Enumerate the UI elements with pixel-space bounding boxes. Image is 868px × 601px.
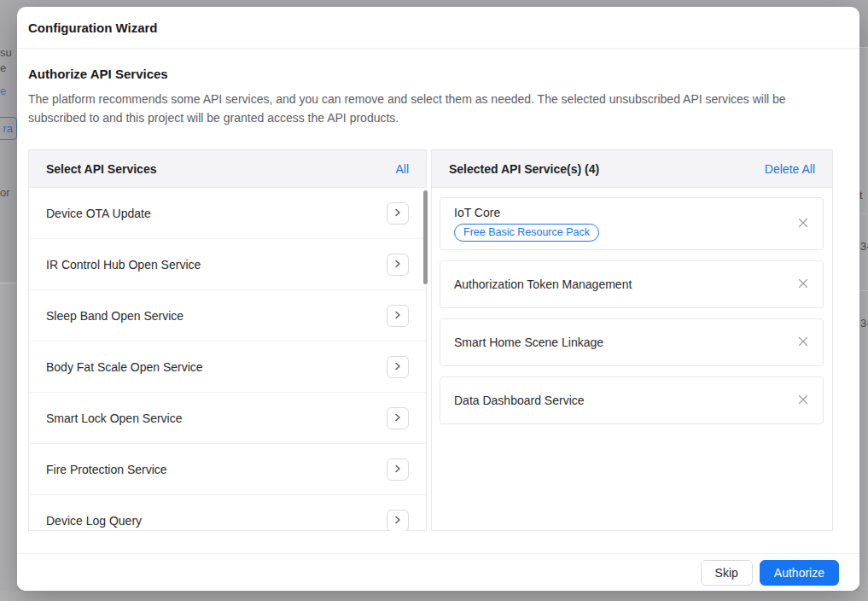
background-text-fragment: e [0,61,6,74]
service-name: Device Log Query [46,514,142,528]
remove-service-button[interactable] [795,393,811,408]
configuration-wizard-dialog: Configuration Wizard Authorize API Servi… [17,7,859,591]
background-divider [859,213,868,214]
add-service-button[interactable] [387,407,409,429]
service-name: Fire Protection Service [46,463,167,476]
background-text-fragment: 3- [860,240,868,253]
add-service-button[interactable] [387,458,409,481]
list-item: IR Control Hub Open Service [29,239,426,290]
chevron-right-icon [393,207,402,219]
add-service-button[interactable] [387,254,409,276]
background-text-fragment: 3- [860,317,868,330]
chevron-right-icon [393,463,402,476]
list-item: Smart Lock Open Service [29,393,426,444]
background-link-fragment: e [0,85,6,97]
chevron-right-icon [393,258,402,271]
dialog-header: Configuration Wizard [17,7,859,49]
skip-button[interactable]: Skip [701,560,753,586]
remove-service-button[interactable] [795,216,811,231]
selected-service-card: Smart Home Scene Linkage [440,318,824,366]
chevron-right-icon [393,411,402,424]
background-divider [0,283,17,283]
add-service-button[interactable] [387,202,409,225]
background-divider [859,290,868,291]
resource-pack-badge: Free Basic Resource Pack [454,224,599,242]
background-tab-fragment: ra [0,117,17,140]
available-services-list[interactable]: Device OTA Update IR Control Hub Open Se… [29,188,426,531]
chevron-right-icon [393,514,402,527]
background-left-strip [0,283,17,591]
add-service-button[interactable] [387,305,409,327]
selected-services-list: IoT Core Free Basic Resource Pack Author… [432,188,832,424]
select-panel-header: Select API Services All [29,150,426,188]
service-name: Device OTA Update [46,207,151,220]
select-api-services-panel: Select API Services All Device OTA Updat… [28,149,427,531]
add-service-button[interactable] [387,510,409,532]
delete-all-link[interactable]: Delete All [765,162,815,176]
list-item: Device OTA Update [29,188,426,239]
close-icon [798,336,808,349]
remove-service-button[interactable] [795,277,811,292]
add-service-button[interactable] [387,356,409,378]
list-item: Device Log Query [29,495,426,531]
selected-service-card: Data Dashboard Service [440,376,824,424]
transfer-panels: Select API Services All Device OTA Updat… [28,149,848,531]
background-text-fragment: t [859,189,863,201]
service-name: Body Fat Scale Open Service [46,360,203,374]
service-name: IR Control Hub Open Service [46,258,201,271]
background-text-fragment: su [0,46,12,59]
dialog-title: Configuration Wizard [28,20,158,35]
chevron-right-icon [393,309,402,322]
list-item: Fire Protection Service [29,444,426,495]
selected-service-card: IoT Core Free Basic Resource Pack [440,197,824,250]
section-heading: Authorize API Services [28,67,848,81]
close-icon [798,394,808,407]
list-item: Sleep Band Open Service [29,290,426,341]
dialog-body: Authorize API Services The platform reco… [17,67,859,531]
service-name: Smart Home Scene Linkage [454,336,782,349]
select-panel-title: Select API Services [46,162,156,176]
background-bottom-strip [0,591,868,601]
background-divider [859,47,868,48]
close-icon [798,218,808,230]
service-name: Sleep Band Open Service [46,309,184,323]
selected-service-card: Authorization Token Management [440,260,824,308]
selected-api-services-panel: Selected API Service(s) (4) Delete All I… [431,149,833,531]
screen: su e e ra or t 3- 3- Configuration Wizar… [0,0,868,601]
section-description-line1: The platform recommends some API service… [28,90,848,108]
service-name: IoT Core [454,206,782,219]
list-item: Body Fat Scale Open Service [29,341,426,393]
section-description: The platform recommends some API service… [28,90,848,127]
scrollbar-thumb[interactable] [423,190,428,284]
select-all-link[interactable]: All [395,162,409,176]
service-name: Authorization Token Management [454,277,782,291]
section-description-line2: subscribed to and this project will be g… [28,108,848,127]
dialog-footer: Skip Authorize [17,553,859,591]
selected-panel-title: Selected API Service(s) (4) [449,162,599,176]
authorize-button[interactable]: Authorize [760,560,839,586]
chevron-right-icon [393,360,402,373]
remove-service-button[interactable] [795,335,811,350]
service-name: Smart Lock Open Service [46,411,183,425]
background-text-fragment: or [0,186,10,199]
service-name: Data Dashboard Service [454,394,782,407]
close-icon [798,278,808,291]
selected-panel-header: Selected API Service(s) (4) Delete All [432,150,832,188]
